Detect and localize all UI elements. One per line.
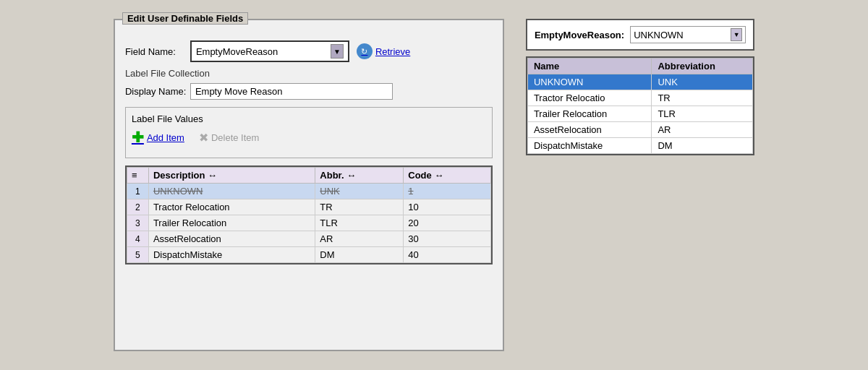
add-item-button[interactable]: ✚ Add Item — [132, 130, 184, 145]
row-number: 4 — [127, 231, 148, 247]
label-values-title: Label File Values — [132, 113, 486, 124]
list-item-name: Tractor Relocatio — [527, 90, 652, 106]
delete-item-label: Delete Item — [211, 132, 259, 143]
list-item-abbr: TR — [652, 90, 753, 106]
field-name-dropdown[interactable]: EmptyMoveReason ▼ — [190, 40, 349, 62]
label-file-collection-label: Label File Collection — [125, 68, 493, 79]
table-row[interactable]: 3Trailer RelocationTLR20 — [127, 215, 490, 231]
field-name-row: Field Name: EmptyMoveReason ▼ ↻ Retrieve — [125, 40, 493, 62]
table-icon-header: ≡ — [127, 168, 148, 184]
list-col-abbr: Abbreviation — [652, 59, 753, 74]
table-icon: ≡ — [132, 170, 137, 181]
field-name-value: EmptyMoveReason — [196, 46, 278, 57]
row-description: Trailer Relocation — [148, 215, 315, 231]
label-values-section: Label File Values ✚ Add Item ✖ Delete It… — [125, 107, 493, 158]
add-item-label: Add Item — [147, 132, 184, 143]
list-table-wrapper: Name Abbreviation UNKNOWNUNKTractor Relo… — [526, 56, 754, 155]
popup-dropdown-box: EmptyMoveReason: UNKNOWN ▼ — [526, 19, 754, 51]
data-table: ≡ Description ↔ Abbr. ↔ Code ↔ 1UNKNOWNU… — [127, 167, 491, 263]
delete-item-button[interactable]: ✖ Delete Item — [199, 131, 259, 145]
dropdown-arrow-icon: ▼ — [333, 48, 341, 56]
row-description: UNKNOWN — [148, 184, 315, 199]
data-table-wrapper: ≡ Description ↔ Abbr. ↔ Code ↔ 1UNKNOWNU… — [125, 165, 493, 264]
add-icon: ✚ — [132, 130, 144, 145]
popup-row: EmptyMoveReason: UNKNOWN ▼ — [535, 26, 746, 43]
table-row[interactable]: 5DispatchMistakeDM40 — [127, 247, 490, 263]
display-name-input[interactable] — [190, 83, 393, 100]
field-name-dropdown-arrow[interactable]: ▼ — [331, 44, 344, 59]
right-panel: EmptyMoveReason: UNKNOWN ▼ Name Abbrevia… — [526, 19, 754, 155]
popup-dropdown[interactable]: UNKNOWN ▼ — [630, 26, 746, 43]
row-abbr: DM — [315, 247, 404, 263]
col-description: Description ↔ — [148, 168, 315, 184]
list-item-name: DispatchMistake — [527, 138, 652, 154]
list-item-abbr: AR — [652, 122, 753, 138]
popup-arrow-icon: ▼ — [733, 31, 740, 38]
retrieve-icon: ↻ — [357, 43, 373, 59]
row-code: 1 — [404, 184, 491, 199]
table-row[interactable]: 2Tractor RelocationTR10 — [127, 199, 490, 215]
col-abbr: Abbr. ↔ — [315, 168, 404, 184]
row-abbr: TR — [315, 199, 404, 215]
display-name-label: Display Name: — [125, 86, 190, 97]
panel-title: Edit User Definable Fields — [122, 12, 248, 25]
row-abbr: AR — [315, 231, 404, 247]
action-buttons: ✚ Add Item ✖ Delete Item — [132, 130, 486, 145]
list-item-name: Trailer Relocation — [527, 106, 652, 122]
list-item[interactable]: Trailer RelocationTLR — [527, 106, 752, 122]
list-item-name: UNKNOWN — [527, 74, 652, 90]
row-abbr: UNK — [315, 184, 404, 199]
row-description: Tractor Relocation — [148, 199, 315, 215]
table-row[interactable]: 1UNKNOWNUNK1 — [127, 184, 490, 199]
row-code: 30 — [404, 231, 491, 247]
table-row[interactable]: 4AssetRelocationAR30 — [127, 231, 490, 247]
display-name-row: Display Name: — [125, 83, 493, 100]
list-col-name: Name — [527, 59, 652, 74]
row-description: AssetRelocation — [148, 231, 315, 247]
row-code: 20 — [404, 215, 491, 231]
list-item-abbr: TLR — [652, 106, 753, 122]
popup-dropdown-arrow[interactable]: ▼ — [731, 28, 742, 41]
list-item-name: AssetRelocation — [527, 122, 652, 138]
row-number: 1 — [127, 184, 148, 199]
retrieve-button[interactable]: ↻ Retrieve — [357, 43, 410, 59]
field-name-dropdown-container: EmptyMoveReason ▼ — [190, 40, 349, 62]
list-item-abbr: DM — [652, 138, 753, 154]
row-number: 2 — [127, 199, 148, 215]
list-item[interactable]: UNKNOWNUNK — [527, 74, 752, 90]
row-code: 40 — [404, 247, 491, 263]
delete-icon: ✖ — [199, 131, 208, 145]
list-item[interactable]: DispatchMistakeDM — [527, 138, 752, 154]
list-item[interactable]: AssetRelocationAR — [527, 122, 752, 138]
col-code: Code ↔ — [404, 168, 491, 184]
row-abbr: TLR — [315, 215, 404, 231]
popup-dropdown-value: UNKNOWN — [634, 30, 684, 40]
list-item[interactable]: Tractor RelocatioTR — [527, 90, 752, 106]
row-description: DispatchMistake — [148, 247, 315, 263]
row-number: 3 — [127, 215, 148, 231]
retrieve-label: Retrieve — [375, 46, 410, 57]
row-code: 10 — [404, 199, 491, 215]
popup-field-label: EmptyMoveReason: — [535, 30, 624, 40]
left-panel: Edit User Definable Fields Field Name: E… — [114, 19, 504, 351]
field-name-label: Field Name: — [125, 46, 190, 57]
list-table: Name Abbreviation UNKNOWNUNKTractor Relo… — [527, 58, 753, 154]
list-item-abbr: UNK — [652, 74, 753, 90]
row-number: 5 — [127, 247, 148, 263]
